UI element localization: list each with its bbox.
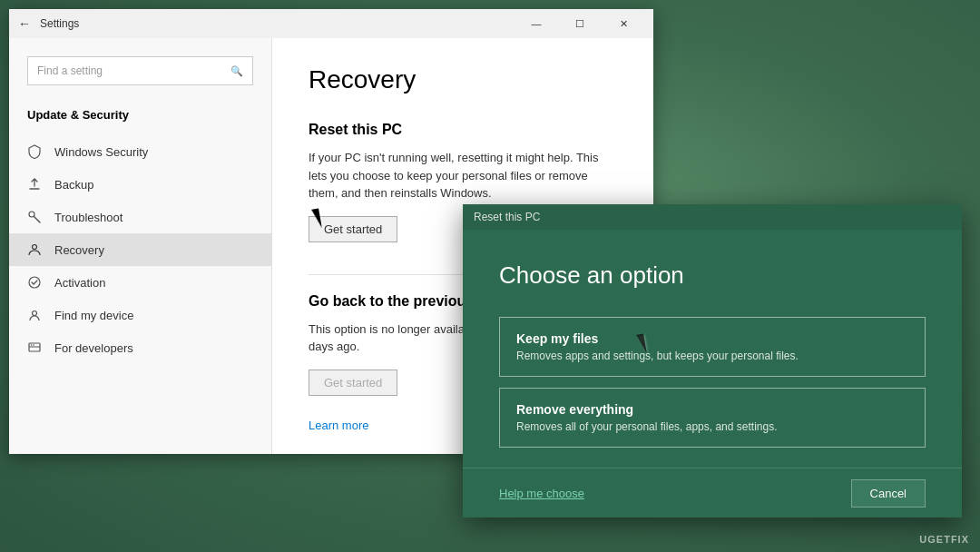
shield-icon [27,144,42,159]
search-box[interactable]: Find a setting 🔍 [27,56,253,85]
remove-everything-title: Remove everything [516,402,908,417]
wrench-icon [27,210,42,224]
sidebar-item-backup[interactable]: Backup [9,168,271,201]
sidebar-label-windows-security: Windows Security [54,145,148,159]
dialog-body: Choose an option Keep my files Removes a… [463,230,962,458]
sidebar-label-backup: Backup [54,178,93,192]
sidebar-item-recovery[interactable]: Recovery [9,233,271,266]
reset-get-started-button[interactable]: Get started [309,216,397,242]
window-title: Settings [40,17,79,30]
dialog-title-bar: Reset this PC [463,204,962,230]
svg-point-2 [33,245,37,250]
sidebar-label-find-my-device: Find my device [54,309,133,322]
find-device-icon [27,308,42,322]
activation-icon [27,275,42,290]
sidebar-item-activation[interactable]: Activation [9,266,271,299]
sidebar-item-find-my-device[interactable]: Find my device [9,299,271,331]
reset-section-description: If your PC isn't running well, resetting… [309,149,617,202]
reset-dialog: Reset this PC Choose an option Keep my f… [463,204,962,518]
sidebar-item-for-developers[interactable]: For developers [9,331,271,364]
sidebar-section-title: Update & Security [9,104,271,135]
sidebar-label-troubleshoot: Troubleshoot [54,211,122,224]
keep-files-description: Removes apps and settings, but keeps you… [516,350,908,362]
minimize-button[interactable]: — [515,9,557,38]
sidebar: Find a setting 🔍 Update & Security Windo… [9,38,272,454]
close-button[interactable]: ✕ [603,9,644,38]
dialog-title-label: Reset this PC [474,211,540,223]
sidebar-label-for-developers: For developers [54,341,133,355]
reset-section-heading: Reset this PC [309,122,617,138]
watermark: UGETFIX [919,534,969,545]
cancel-button[interactable]: Cancel [851,479,926,508]
svg-point-4 [33,311,37,316]
svg-point-3 [29,277,40,288]
keep-files-title: Keep my files [516,331,908,346]
sidebar-label-recovery: Recovery [54,243,104,257]
remove-everything-option[interactable]: Remove everything Removes all of your pe… [499,388,926,448]
search-placeholder: Find a setting [37,64,103,77]
maximize-button[interactable]: ☐ [559,9,601,38]
svg-line-1 [34,217,41,223]
title-bar: ← Settings — ☐ ✕ [9,9,653,38]
svg-point-7 [31,344,33,346]
developer-icon [27,340,42,355]
go-back-get-started-button[interactable]: Get started [309,370,397,396]
sidebar-label-activation: Activation [54,276,105,290]
recovery-icon [27,242,42,257]
dialog-heading: Choose an option [499,261,926,290]
dialog-footer: Help me choose Cancel [463,468,962,518]
page-title: Recovery [309,65,617,94]
sidebar-item-troubleshoot[interactable]: Troubleshoot [9,201,271,233]
sidebar-header: Find a setting 🔍 [9,43,271,104]
keep-files-option[interactable]: Keep my files Removes apps and settings,… [499,317,926,377]
sidebar-item-windows-security[interactable]: Windows Security [9,135,271,168]
svg-point-8 [33,344,34,346]
back-button[interactable]: ← [18,16,31,31]
remove-everything-description: Removes all of your personal files, apps… [516,420,908,433]
window-controls: — ☐ ✕ [515,9,644,38]
title-bar-left: ← Settings [18,16,79,31]
backup-icon [27,177,42,192]
search-icon: 🔍 [230,65,243,77]
help-me-choose-link[interactable]: Help me choose [499,487,584,500]
